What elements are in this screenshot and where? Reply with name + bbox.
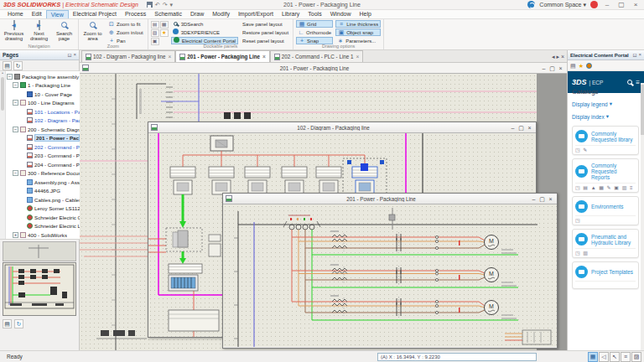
- child-restore-icon[interactable]: ▢: [548, 65, 556, 72]
- tree-toggle-icon[interactable]: −: [13, 127, 18, 132]
- document-tab[interactable]: 201 - Power - Packaging Line ×: [175, 50, 270, 62]
- pin-icon[interactable]: ⊡: [632, 52, 636, 58]
- orthomode-toggle[interactable]: ∟Orthomode: [296, 28, 333, 36]
- close-panel-icon[interactable]: ×: [638, 52, 641, 58]
- child-close-icon[interactable]: ×: [526, 124, 533, 132]
- panel-layout-icon-3[interactable]: ▨: [151, 29, 159, 37]
- tree-row[interactable]: Schneider Electric LC1D12: [6, 222, 80, 231]
- zoom-to-fit-button[interactable]: ⊡Zoom to fit: [106, 20, 145, 28]
- tree-toggle-icon[interactable]: [19, 109, 25, 115]
- panel-layout-icon-2[interactable]: ▦: [160, 21, 169, 28]
- tree-row[interactable]: 201 - Power - Packagi: [6, 134, 80, 143]
- tree-row[interactable]: 204 - Command - PLC - Lin: [6, 160, 80, 169]
- ecp-panel-header[interactable]: Electrical Content Portal ⊡ ×: [568, 50, 644, 60]
- document-tab[interactable]: 202 - Command - PLC - Line 1 ×: [270, 50, 364, 62]
- tree-toggle-icon[interactable]: [19, 135, 25, 141]
- catalog-card[interactable]: Environments ◳: [572, 196, 639, 225]
- tab-scroll-right-icon[interactable]: ▸: [556, 54, 559, 60]
- previous-drawing-button[interactable]: ◀ Previous drawing: [3, 20, 25, 43]
- tree-row[interactable]: Assembly.png - Assembly: [6, 178, 80, 187]
- menu-item[interactable]: Help: [356, 10, 376, 18]
- tree-row[interactable]: − 1 - Packaging Line: [6, 81, 80, 90]
- display-legend-link[interactable]: Display legend ▾: [572, 101, 639, 107]
- tree-toggle-icon[interactable]: [19, 223, 25, 229]
- tree-row[interactable]: − 200 - Schematic Diagrams: [6, 125, 80, 134]
- window-title-bar[interactable]: 201 - Power - Packaging Line – ▢ ×: [80, 63, 567, 74]
- child-restore-icon[interactable]: ▢: [517, 124, 525, 132]
- menu-item[interactable]: Schematic: [150, 10, 186, 18]
- tree-toggle-icon[interactable]: [19, 179, 25, 185]
- window-title-bar[interactable]: 201 - Power - Packaging Line – ▢ ×: [223, 194, 557, 204]
- statusbar-grid-toggle[interactable]: ▦: [588, 352, 598, 362]
- tree-row[interactable]: + 400 - SolidWorks: [6, 230, 80, 239]
- tree-toggle-icon[interactable]: [19, 197, 25, 203]
- menu-item[interactable]: Import/Export: [234, 10, 278, 18]
- tree-row[interactable]: 44466.JPG: [6, 187, 80, 196]
- tree-scrollbar[interactable]: ▾: [0, 71, 6, 239]
- menu-item[interactable]: Process: [121, 10, 150, 18]
- 3dsearch-button[interactable]: 3DSearch: [171, 20, 238, 28]
- redo-icon[interactable]: ↷: [163, 2, 168, 8]
- panel-layout-icon-1[interactable]: ▤: [151, 21, 159, 28]
- zoom-in-out-button[interactable]: ⊕Zoom in/out: [106, 28, 145, 36]
- print-preview-button[interactable]: ▤: [3, 319, 12, 328]
- tree-row[interactable]: − Packaging line assembly - Ve: [6, 72, 80, 81]
- page-thumbnail[interactable]: [3, 262, 76, 316]
- child-restore-icon[interactable]: ▢: [538, 195, 546, 203]
- statusbar-orthomode-toggle[interactable]: ◁: [599, 352, 609, 362]
- tree-toggle-icon[interactable]: [19, 188, 25, 194]
- menu-item[interactable]: Tools: [304, 10, 325, 18]
- menu-item[interactable]: Library: [278, 10, 304, 18]
- tree-toggle-icon[interactable]: [19, 144, 25, 150]
- document-tab[interactable]: 102 - Diagram - Packaging line ×: [81, 50, 175, 62]
- restore-panel-layout-button[interactable]: Restore panel layout: [241, 28, 290, 36]
- tree-row[interactable]: 10 - Cover Page: [6, 90, 80, 99]
- tree-toggle-icon[interactable]: [19, 205, 25, 211]
- tree-toggle-icon[interactable]: −: [7, 74, 13, 80]
- menu-item[interactable]: Modify: [208, 10, 234, 18]
- pin-icon[interactable]: ⊡: [67, 52, 71, 58]
- new-page-button[interactable]: ▤: [3, 61, 12, 70]
- tree-toggle-icon[interactable]: −: [13, 170, 18, 176]
- close-panel-icon[interactable]: ×: [73, 52, 76, 58]
- tree-row[interactable]: Cables.png - Cables: [6, 195, 80, 204]
- child-close-icon[interactable]: ×: [557, 65, 564, 72]
- user-avatar[interactable]: [590, 1, 598, 8]
- tab-close-icon[interactable]: ×: [262, 54, 266, 59]
- pages-panel-header[interactable]: Pages ⊡ ×: [0, 50, 79, 60]
- ecp-scrollbar[interactable]: [641, 83, 644, 350]
- tree-row[interactable]: Schneider Electric GV2ME0: [6, 213, 80, 222]
- tab-close-icon[interactable]: ×: [356, 54, 360, 59]
- menu-item[interactable]: Window: [326, 10, 356, 18]
- statusbar-line-thickness-toggle[interactable]: ≡: [621, 352, 631, 362]
- menu-item[interactable]: Home: [3, 10, 28, 18]
- refresh-preview-button[interactable]: ↻: [14, 319, 23, 328]
- tree-toggle-icon[interactable]: +: [13, 232, 18, 238]
- copy-icon[interactable]: ▤: [570, 61, 576, 70]
- display-index-link[interactable]: Display index ▾: [572, 113, 639, 120]
- tab-scroll-left-icon[interactable]: ◂: [552, 54, 555, 60]
- window-title-bar[interactable]: 102 - Diagram - Packaging line – ▢ ×: [148, 122, 536, 133]
- tree-toggle-icon[interactable]: [19, 91, 25, 97]
- menu-item[interactable]: View: [46, 10, 69, 18]
- common-space-dropdown[interactable]: Common Space ▾: [539, 2, 586, 8]
- close-button[interactable]: ×: [631, 0, 641, 10]
- tree-row[interactable]: 102 - Diagram - Packaging: [6, 116, 80, 126]
- menu-item[interactable]: Edit: [28, 10, 46, 18]
- child-minimize-icon[interactable]: –: [509, 124, 517, 132]
- statusbar-object-snap-toggle[interactable]: ▨: [631, 352, 641, 362]
- tree-toggle-icon[interactable]: [19, 215, 25, 220]
- 3dexperience-compass-icon[interactable]: [527, 1, 535, 8]
- tree-toggle-icon[interactable]: [19, 117, 25, 123]
- 3dexperience-button[interactable]: 3DEXPERIENCE: [171, 28, 238, 36]
- catalog-card[interactable]: Pneumatic and Hydraulic Library ◳ ▥: [572, 229, 639, 258]
- qat-dropdown-icon[interactable]: ▾: [170, 2, 174, 8]
- line-thickness-toggle[interactable]: ≡Line thickness: [335, 20, 381, 28]
- minimize-button[interactable]: –: [602, 0, 612, 10]
- save-icon[interactable]: [147, 2, 153, 8]
- favorites-panel-icon[interactable]: ★: [160, 29, 169, 37]
- tab-close-icon[interactable]: ×: [168, 54, 171, 59]
- next-drawing-button[interactable]: ▶ Next drawing: [28, 20, 50, 43]
- zoom-to-area-button[interactable]: Zoom to area: [81, 20, 104, 43]
- drawing-canvas-201[interactable]: M M M: [223, 204, 557, 347]
